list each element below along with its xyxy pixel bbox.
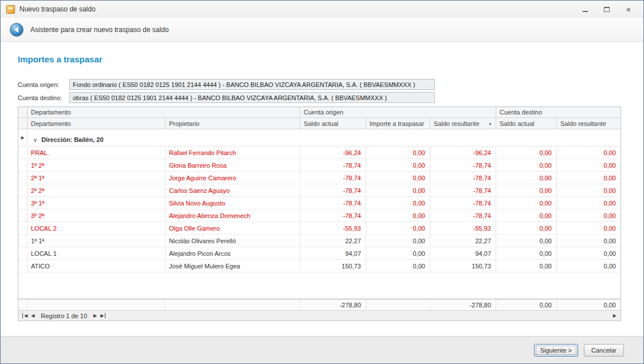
cell-departamento[interactable]: LOCAL 2 bbox=[28, 222, 166, 234]
cell-destino-saldo-resultante[interactable]: 0,00 bbox=[557, 209, 621, 221]
previous-record-button[interactable]: ◀ bbox=[29, 313, 36, 318]
cell-destino-saldo-resultante[interactable]: 0,00 bbox=[557, 235, 621, 247]
first-record-button[interactable]: ◀ bbox=[22, 313, 29, 318]
cell-saldo-actual[interactable]: -55,93 bbox=[300, 222, 366, 234]
cell-propietario[interactable]: Alejandro Atienza Domenech bbox=[166, 209, 300, 221]
last-record-button[interactable]: ▶ bbox=[99, 313, 105, 318]
scroll-right-arrow[interactable]: ▶ bbox=[613, 313, 618, 318]
header-importe-a-traspasar[interactable]: Importe a traspasar bbox=[366, 118, 430, 129]
cell-saldo-resultante[interactable]: 94,07 bbox=[430, 247, 496, 259]
cell-destino-saldo-actual[interactable]: 0,00 bbox=[496, 197, 557, 209]
header-saldo-actual[interactable]: Saldo actual bbox=[300, 118, 366, 129]
next-record-button[interactable]: ▶ bbox=[92, 313, 99, 318]
header-departamento[interactable]: Departamento bbox=[28, 118, 166, 129]
cell-saldo-actual[interactable]: -96,24 bbox=[300, 147, 366, 159]
close-button[interactable]: × bbox=[622, 4, 635, 14]
cell-propietario[interactable]: Rafael Ferrando Pitarch bbox=[166, 147, 300, 159]
cell-departamento[interactable]: 1º 1ª bbox=[28, 235, 166, 247]
table-row[interactable]: 3º 2ª Alejandro Atienza Domenech -78,74 … bbox=[18, 209, 621, 222]
cell-destino-saldo-actual[interactable]: 0,00 bbox=[496, 159, 557, 171]
cell-importe-a-traspasar[interactable]: 0,00 bbox=[366, 247, 430, 259]
header-saldo-resultante[interactable]: Saldo resultante▲ bbox=[430, 118, 496, 129]
group-label-cell[interactable]: ∨ Dirección: Bailén, 20 bbox=[28, 129, 621, 146]
cell-importe-a-traspasar[interactable]: 0,00 bbox=[366, 159, 430, 171]
cell-departamento[interactable]: 2ª 1ª bbox=[28, 172, 166, 184]
cell-destino-saldo-resultante[interactable]: 0,00 bbox=[557, 147, 621, 159]
maximize-button[interactable] bbox=[600, 4, 614, 14]
cell-importe-a-traspasar[interactable]: 0,00 bbox=[366, 235, 430, 247]
cell-importe-a-traspasar[interactable]: 0,00 bbox=[366, 260, 430, 272]
table-row[interactable]: LOCAL 1 Alejandro Picon Arcos 94,07 0,00… bbox=[18, 247, 621, 260]
minimize-button[interactable] bbox=[578, 4, 592, 14]
cell-saldo-resultante[interactable]: -78,74 bbox=[430, 172, 496, 184]
cell-importe-a-traspasar[interactable]: 0,00 bbox=[366, 209, 430, 221]
cell-propietario[interactable]: Nicolás Olivares Perelló bbox=[166, 235, 300, 247]
cell-saldo-actual[interactable]: 150,73 bbox=[300, 260, 366, 272]
cell-importe-a-traspasar[interactable]: 0,00 bbox=[366, 184, 430, 196]
table-row[interactable]: 2º 2ª Carlos Saenz Aguayo -78,74 0,00 -7… bbox=[18, 184, 621, 197]
cell-destino-saldo-actual[interactable]: 0,00 bbox=[496, 209, 557, 221]
cell-saldo-actual[interactable]: -78,74 bbox=[300, 197, 366, 209]
cell-importe-a-traspasar[interactable]: 0,00 bbox=[366, 172, 430, 184]
cell-departamento[interactable]: 1º 2ª bbox=[28, 159, 166, 171]
cell-destino-saldo-resultante[interactable]: 0,00 bbox=[557, 159, 621, 171]
cell-propietario[interactable]: José Miguel Mulero Egea bbox=[166, 260, 300, 272]
cell-propietario[interactable]: Silvia Novo Augusto bbox=[166, 197, 300, 209]
table-row[interactable]: PRAL. Rafael Ferrando Pitarch -96,24 0,0… bbox=[18, 147, 621, 159]
cell-destino-saldo-actual[interactable]: 0,00 bbox=[496, 247, 557, 259]
cell-departamento[interactable]: ATICO bbox=[28, 260, 166, 272]
cell-destino-saldo-actual[interactable]: 0,00 bbox=[496, 172, 557, 184]
cell-importe-a-traspasar[interactable]: 0,00 bbox=[366, 147, 430, 159]
cell-propietario[interactable]: Olga Olle Gamero bbox=[166, 222, 300, 234]
cell-departamento[interactable]: PRAL. bbox=[28, 147, 166, 159]
cell-saldo-actual[interactable]: -78,74 bbox=[300, 159, 366, 171]
header-destino-saldo-actual[interactable]: Saldo actual bbox=[496, 118, 557, 129]
cell-destino-saldo-actual[interactable]: 0,00 bbox=[496, 260, 557, 272]
header-destino-saldo-resultante[interactable]: Saldo resultante bbox=[557, 118, 621, 129]
cell-saldo-resultante[interactable]: -78,74 bbox=[430, 184, 496, 196]
table-row[interactable]: LOCAL 2 Olga Olle Gamero -55,93 0,00 -55… bbox=[18, 222, 621, 235]
header-propietario[interactable]: Propietario bbox=[166, 118, 300, 129]
cell-saldo-resultante[interactable]: 22,27 bbox=[430, 235, 496, 247]
cell-destino-saldo-resultante[interactable]: 0,00 bbox=[557, 172, 621, 184]
cell-saldo-actual[interactable]: 94,07 bbox=[300, 247, 366, 259]
cell-propietario[interactable]: Alejandro Picon Arcos bbox=[166, 247, 300, 259]
cell-destino-saldo-actual[interactable]: 0,00 bbox=[496, 235, 557, 247]
table-row[interactable]: 2ª 1ª Jorge Aguirre Camarero -78,74 0,00… bbox=[18, 172, 621, 184]
cell-departamento[interactable]: 3º 2ª bbox=[28, 209, 166, 221]
cell-saldo-resultante[interactable]: -55,93 bbox=[430, 222, 496, 234]
cell-saldo-actual[interactable]: -78,74 bbox=[300, 184, 366, 196]
cell-saldo-resultante[interactable]: -78,74 bbox=[430, 159, 496, 171]
cell-saldo-resultante[interactable]: -78,74 bbox=[430, 197, 496, 209]
cell-destino-saldo-actual[interactable]: 0,00 bbox=[496, 222, 557, 234]
origin-account-field[interactable]: Fondo ordinario ( ES50 0182 0125 1901 21… bbox=[69, 79, 435, 90]
cell-saldo-resultante[interactable]: 150,73 bbox=[430, 260, 496, 272]
table-row[interactable]: 1º 2ª Gloria Barreiro Rosa -78,74 0,00 -… bbox=[18, 159, 621, 172]
back-button[interactable] bbox=[10, 23, 23, 37]
cell-departamento[interactable]: 2º 2ª bbox=[28, 184, 166, 196]
cell-destino-saldo-resultante[interactable]: 0,00 bbox=[557, 247, 621, 259]
destination-account-field[interactable]: obras ( ES50 0182 0125 1901 2144 4444 ) … bbox=[69, 92, 435, 103]
group-row[interactable]: ▶ ∨ Dirección: Bailén, 20 bbox=[18, 129, 621, 147]
cell-destino-saldo-actual[interactable]: 0,00 bbox=[496, 184, 557, 196]
table-row[interactable]: 3º 1ª Silvia Novo Augusto -78,74 0,00 -7… bbox=[18, 197, 621, 209]
cell-departamento[interactable]: 3º 1ª bbox=[28, 197, 166, 209]
cell-destino-saldo-resultante[interactable]: 0,00 bbox=[557, 184, 621, 196]
cancel-button[interactable]: Cancelar bbox=[584, 344, 624, 357]
cell-importe-a-traspasar[interactable]: 0,00 bbox=[366, 197, 430, 209]
cell-departamento[interactable]: LOCAL 1 bbox=[28, 247, 166, 259]
table-row[interactable]: ATICO José Miguel Mulero Egea 150,73 0,0… bbox=[18, 260, 621, 272]
cell-saldo-resultante[interactable]: -78,74 bbox=[430, 209, 496, 221]
cell-propietario[interactable]: Jorge Aguirre Camarero bbox=[166, 172, 300, 184]
cell-saldo-resultante[interactable]: -96,24 bbox=[430, 147, 496, 159]
cell-importe-a-traspasar[interactable]: 0,00 bbox=[366, 222, 430, 234]
cell-destino-saldo-resultante[interactable]: 0,00 bbox=[557, 197, 621, 209]
table-row[interactable]: 1º 1ª Nicolás Olivares Perelló 22,27 0,0… bbox=[18, 235, 621, 247]
cell-destino-saldo-actual[interactable]: 0,00 bbox=[496, 147, 557, 159]
cell-destino-saldo-resultante[interactable]: 0,00 bbox=[557, 222, 621, 234]
cell-saldo-actual[interactable]: -78,74 bbox=[300, 172, 366, 184]
cell-destino-saldo-resultante[interactable]: 0,00 bbox=[557, 260, 621, 272]
cell-saldo-actual[interactable]: 22,27 bbox=[300, 235, 366, 247]
cell-propietario[interactable]: Gloria Barreiro Rosa bbox=[166, 159, 300, 171]
next-button[interactable]: Siguiente > bbox=[534, 344, 578, 357]
